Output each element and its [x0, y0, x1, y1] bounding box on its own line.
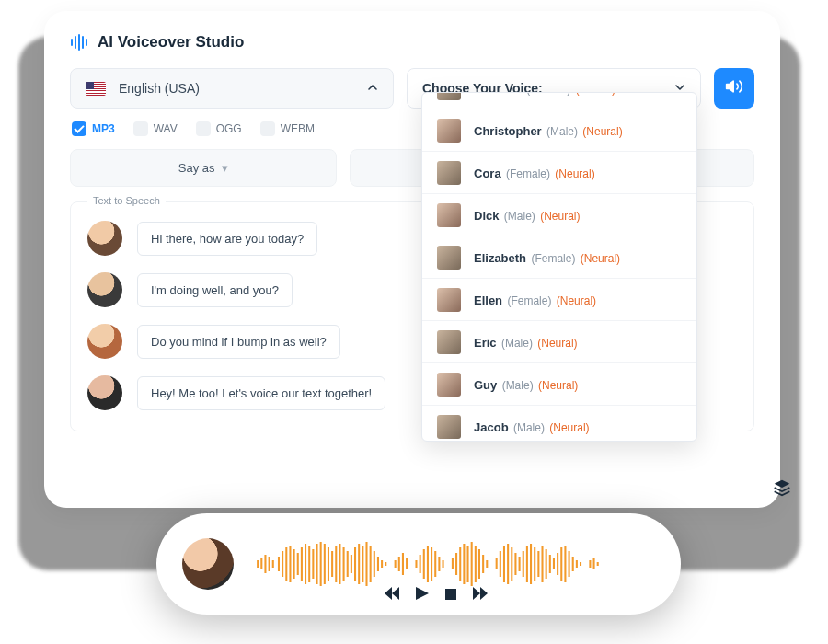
- voice-engine: (Neural): [535, 379, 579, 392]
- avatar[interactable]: [87, 272, 122, 307]
- voice-text: Dick (Male) (Neural): [474, 207, 581, 224]
- voice-engine: (Neural): [580, 125, 623, 138]
- format-label: WEBM: [281, 122, 315, 135]
- voice-text: Guy (Male) (Neural): [474, 376, 578, 393]
- stop-icon[interactable]: [445, 587, 456, 604]
- format-ogg[interactable]: OGG: [196, 121, 242, 136]
- checkbox-icon: [133, 121, 148, 136]
- speaker-icon: [725, 77, 743, 99]
- voice-name: Christopher: [474, 124, 542, 138]
- language-label: English (USA): [119, 81, 200, 96]
- voice-avatar: [437, 415, 461, 439]
- voice-text: Eric (Male) (Neural): [474, 334, 578, 351]
- format-webm[interactable]: WEBM: [260, 121, 315, 136]
- checkbox-icon: [72, 121, 86, 136]
- voice-gender: (Male): [511, 421, 545, 434]
- svg-marker-5: [727, 81, 734, 92]
- voice-text: Jacob (Male) (Neural): [474, 419, 590, 435]
- format-label: OGG: [216, 122, 242, 135]
- voice-engine: (Neural): [572, 93, 615, 96]
- voice-gender: (Female): [523, 93, 570, 96]
- avatar[interactable]: [87, 324, 122, 359]
- play-icon[interactable]: [416, 587, 429, 604]
- voice-engine: (Neural): [546, 421, 590, 434]
- waveform-display[interactable]: [254, 538, 655, 590]
- voice-gender: (Male): [544, 125, 578, 138]
- voice-option[interactable]: Cora (Female) (Neural): [422, 152, 696, 194]
- chevron-up-icon: [367, 80, 378, 97]
- language-select[interactable]: English (USA): [70, 68, 394, 109]
- voice-name: Cora: [474, 167, 501, 180]
- voice-name: Elizabeth: [474, 251, 526, 265]
- voice-avatar: [437, 203, 461, 227]
- checkbox-icon: [260, 121, 275, 136]
- voice-avatar: [437, 119, 461, 143]
- voice-avatar: [437, 93, 461, 100]
- voice-text: Cora (Female) (Neural): [474, 165, 595, 181]
- voice-name: Ellen: [474, 293, 502, 307]
- checkbox-icon: [196, 121, 211, 136]
- voice-option[interactable]: Elizabeth (Female) (Neural): [422, 236, 696, 279]
- svg-rect-88: [445, 589, 456, 600]
- waveform-logo-icon: [70, 34, 88, 51]
- layers-icon[interactable]: [773, 478, 791, 500]
- avatar[interactable]: [87, 221, 122, 256]
- avatar[interactable]: [87, 375, 122, 410]
- voice-option[interactable]: Caroline (Female) (Neural): [422, 93, 696, 109]
- player-controls: [385, 587, 488, 604]
- voice-gender: (Male): [499, 337, 533, 350]
- voice-engine: (Neural): [553, 294, 596, 307]
- player-avatar[interactable]: [182, 538, 234, 590]
- voice-engine: (Neural): [577, 252, 620, 265]
- voice-gender: (Male): [500, 210, 535, 223]
- format-label: WAV: [154, 122, 178, 135]
- voice-option[interactable]: Christopher (Male) (Neural): [422, 109, 696, 152]
- voice-gender: (Female): [503, 167, 550, 180]
- voice-avatar: [437, 161, 461, 185]
- voice-text: Christopher (Male) (Neural): [474, 122, 623, 139]
- voice-option[interactable]: Dick (Male) (Neural): [422, 194, 696, 236]
- voice-name: Dick: [474, 209, 499, 223]
- voice-gender: (Male): [499, 379, 533, 392]
- voice-name: Caroline: [474, 93, 522, 96]
- message-bubble[interactable]: I'm doing well, and you?: [137, 273, 293, 307]
- header: AI Voiceover Studio: [70, 33, 754, 52]
- format-label: MP3: [92, 122, 115, 135]
- fast-forward-icon[interactable]: [473, 587, 488, 604]
- say-as-dropdown[interactable]: Say as ▾: [70, 149, 337, 187]
- voice-name: Eric: [474, 336, 497, 350]
- voice-dropdown-panel[interactable]: Caroline (Female) (Neural)Christopher (M…: [421, 92, 697, 442]
- voice-text: Ellen (Female) (Neural): [474, 292, 596, 308]
- voice-name: Guy: [474, 378, 497, 392]
- message-bubble[interactable]: Hey! Me too! Let's voice our text togeth…: [137, 376, 385, 410]
- tts-section-label: Text to Speech: [87, 195, 166, 206]
- app-title: AI Voiceover Studio: [98, 33, 244, 52]
- audio-player: [156, 513, 681, 615]
- preview-audio-button[interactable]: [714, 68, 754, 109]
- voice-avatar: [437, 373, 461, 397]
- voice-option[interactable]: Jacob (Male) (Neural): [422, 406, 696, 441]
- voice-option[interactable]: Ellen (Female) (Neural): [422, 279, 696, 321]
- flag-usa-icon: [86, 82, 106, 96]
- chevron-down-icon: ▾: [222, 161, 228, 175]
- message-bubble[interactable]: Do you mind if I bump in as well?: [137, 325, 340, 359]
- voice-engine: (Neural): [537, 210, 581, 223]
- voice-gender: (Female): [528, 252, 575, 265]
- message-bubble[interactable]: Hi there, how are you today?: [137, 222, 317, 256]
- voice-option[interactable]: Eric (Male) (Neural): [422, 321, 696, 363]
- voice-avatar: [437, 246, 461, 270]
- rewind-icon[interactable]: [385, 587, 399, 604]
- voice-avatar: [437, 330, 461, 354]
- voice-text: Caroline (Female) (Neural): [474, 93, 615, 97]
- say-as-label: Say as: [178, 161, 215, 175]
- voice-option[interactable]: Guy (Male) (Neural): [422, 363, 696, 406]
- format-wav[interactable]: WAV: [133, 121, 178, 136]
- voice-engine: (Neural): [552, 167, 595, 180]
- voice-text: Elizabeth (Female) (Neural): [474, 249, 620, 266]
- voice-gender: (Female): [504, 294, 551, 307]
- voice-avatar: [437, 288, 461, 312]
- voice-name: Jacob: [474, 420, 509, 434]
- voice-engine: (Neural): [535, 337, 578, 350]
- format-mp3[interactable]: MP3: [72, 121, 115, 136]
